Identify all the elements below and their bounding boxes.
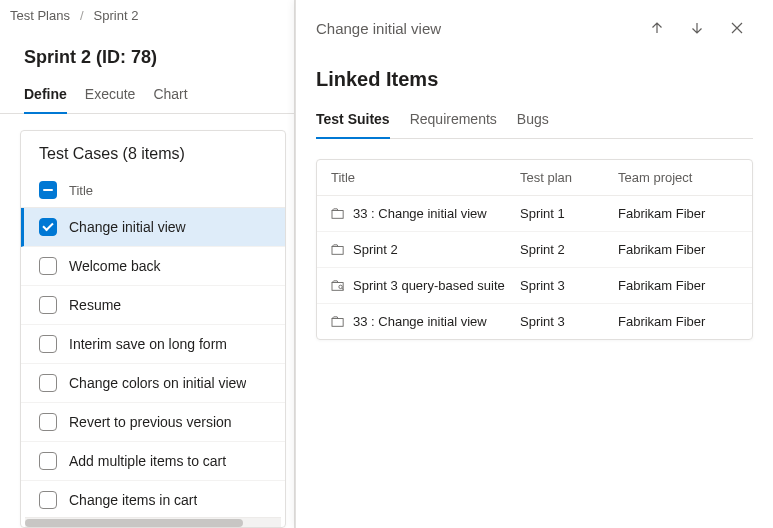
close-button[interactable] [721, 12, 753, 44]
breadcrumb-item[interactable]: Sprint 2 [94, 8, 139, 23]
tab-bugs[interactable]: Bugs [517, 105, 549, 139]
tab-execute[interactable]: Execute [85, 78, 136, 114]
test-case-title: Add multiple items to cart [69, 453, 226, 469]
row-checkbox[interactable] [39, 491, 57, 509]
svg-rect-1 [332, 246, 343, 254]
row-checkbox[interactable] [39, 257, 57, 275]
linked-item-title: Sprint 2 [353, 242, 398, 257]
linked-item-title: Sprint 3 query-based suite [353, 278, 505, 293]
test-case-title: Resume [69, 297, 121, 313]
row-checkbox[interactable] [39, 218, 57, 236]
linked-item-plan: Sprint 3 [520, 278, 610, 293]
test-cases-card: Test Cases (8 items) Title Change initia… [20, 130, 286, 528]
test-case-row[interactable]: Change colors on initial view [21, 364, 285, 403]
query-suite-icon [331, 280, 345, 292]
row-checkbox[interactable] [39, 296, 57, 314]
arrow-up-icon [649, 20, 665, 36]
test-cases-column-header: Title [21, 173, 285, 208]
breadcrumb-item[interactable]: Test Plans [10, 8, 70, 23]
tab-chart[interactable]: Chart [153, 78, 187, 114]
test-cases-heading: Test Cases (8 items) [21, 131, 285, 173]
page-title: Sprint 2 (ID: 78) [0, 31, 294, 78]
column-header-title: Title [331, 170, 512, 185]
test-case-title: Change items in cart [69, 492, 197, 508]
previous-button[interactable] [641, 12, 673, 44]
svg-rect-2 [332, 282, 343, 290]
test-case-title: Interim save on long form [69, 336, 227, 352]
next-button[interactable] [681, 12, 713, 44]
linked-item-row[interactable]: Sprint 2 Sprint 2 Fabrikam Fiber [317, 232, 752, 268]
test-suite-icon [331, 244, 345, 256]
linked-item-title: 33 : Change initial view [353, 314, 487, 329]
tab-test-suites[interactable]: Test Suites [316, 105, 390, 139]
column-header-team-project: Team project [618, 170, 738, 185]
test-case-row[interactable]: Welcome back [21, 247, 285, 286]
linked-item-project: Fabrikam Fiber [618, 206, 738, 221]
linked-items-heading: Linked Items [316, 68, 753, 91]
linked-items-table: Title Test plan Team project 33 : Change… [316, 159, 753, 340]
tab-define[interactable]: Define [24, 78, 67, 114]
test-case-row[interactable]: Interim save on long form [21, 325, 285, 364]
row-checkbox[interactable] [39, 374, 57, 392]
test-case-row[interactable]: Resume [21, 286, 285, 325]
linked-item-plan: Sprint 3 [520, 314, 610, 329]
tab-requirements[interactable]: Requirements [410, 105, 497, 139]
row-checkbox[interactable] [39, 413, 57, 431]
test-case-row[interactable]: Change initial view [21, 208, 285, 247]
linked-item-plan: Sprint 2 [520, 242, 610, 257]
svg-rect-4 [332, 318, 343, 326]
test-case-title: Change initial view [69, 219, 186, 235]
linked-items-header-row: Title Test plan Team project [317, 160, 752, 196]
svg-point-3 [339, 285, 342, 288]
breadcrumb: Test Plans / Sprint 2 [0, 0, 294, 31]
test-case-title: Welcome back [69, 258, 161, 274]
row-checkbox[interactable] [39, 335, 57, 353]
column-header-test-plan: Test plan [520, 170, 610, 185]
linked-items-tabs: Test Suites Requirements Bugs [316, 105, 753, 139]
side-panel-title: Change initial view [316, 20, 633, 37]
test-suite-icon [331, 316, 345, 328]
linked-items-panel: Change initial view Linked Items Test Su… [295, 0, 773, 528]
svg-rect-0 [332, 210, 343, 218]
linked-item-title: 33 : Change initial view [353, 206, 487, 221]
main-tabs: Define Execute Chart [0, 78, 294, 114]
breadcrumb-separator: / [80, 8, 84, 23]
linked-item-project: Fabrikam Fiber [618, 314, 738, 329]
row-checkbox[interactable] [39, 452, 57, 470]
arrow-down-icon [689, 20, 705, 36]
horizontal-scrollbar[interactable] [25, 517, 281, 527]
linked-item-project: Fabrikam Fiber [618, 278, 738, 293]
test-cases-list: Change initial view Welcome back Resume … [21, 208, 285, 517]
test-case-row[interactable]: Revert to previous version [21, 403, 285, 442]
linked-item-row[interactable]: 33 : Change initial view Sprint 3 Fabrik… [317, 304, 752, 339]
column-title-label: Title [69, 183, 93, 198]
close-icon [730, 21, 744, 35]
linked-item-plan: Sprint 1 [520, 206, 610, 221]
linked-item-row[interactable]: Sprint 3 query-based suite Sprint 3 Fabr… [317, 268, 752, 304]
test-case-row[interactable]: Change items in cart [21, 481, 285, 517]
test-suite-icon [331, 208, 345, 220]
test-case-row[interactable]: Add multiple items to cart [21, 442, 285, 481]
linked-item-row[interactable]: 33 : Change initial view Sprint 1 Fabrik… [317, 196, 752, 232]
select-all-checkbox[interactable] [39, 181, 57, 199]
test-case-title: Revert to previous version [69, 414, 232, 430]
test-case-title: Change colors on initial view [69, 375, 246, 391]
linked-item-project: Fabrikam Fiber [618, 242, 738, 257]
